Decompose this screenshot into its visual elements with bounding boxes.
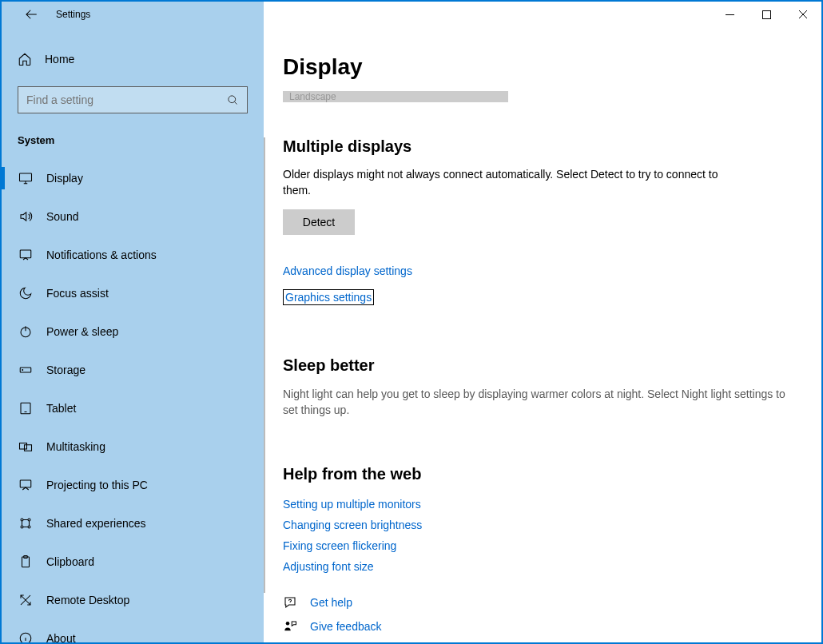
close-icon [798, 10, 808, 19]
maximize-icon [762, 10, 771, 19]
sidebar-item-multitasking[interactable]: Multitasking [2, 427, 264, 466]
get-help-link[interactable]: Get help [310, 596, 352, 609]
sidebar-item-projecting[interactable]: Projecting to this PC [2, 466, 264, 504]
sidebar-item-sound[interactable]: Sound [2, 197, 264, 236]
power-icon [18, 324, 34, 339]
sidebar-item-label: Storage [46, 364, 85, 376]
home-label: Home [45, 53, 74, 66]
remote-desktop-icon [18, 593, 34, 607]
graphics-settings-link[interactable]: Graphics settings [285, 291, 372, 304]
svg-point-12 [28, 519, 30, 521]
maximize-button[interactable] [748, 2, 785, 27]
multiple-displays-text: Older displays might not always connect … [283, 167, 730, 198]
svg-point-14 [28, 526, 30, 528]
svg-point-17 [20, 633, 31, 642]
sidebar-item-remote-desktop[interactable]: Remote Desktop [2, 581, 264, 619]
projecting-icon [18, 478, 34, 492]
about-icon [18, 631, 34, 642]
help-link-multiple-monitors[interactable]: Setting up multiple monitors [283, 498, 802, 511]
sleep-better-text: Night light can help you get to sleep by… [283, 386, 794, 419]
sidebar-item-label: Shared experiences [46, 517, 146, 530]
tablet-icon [18, 401, 34, 415]
storage-icon [18, 363, 34, 377]
help-link-brightness[interactable]: Changing screen brightness [283, 519, 802, 531]
svg-point-6 [22, 370, 23, 371]
svg-point-1 [229, 95, 236, 102]
feedback-icon [283, 619, 299, 634]
search-box[interactable] [18, 86, 248, 113]
sidebar-item-about[interactable]: About [2, 619, 264, 642]
sidebar-item-storage[interactable]: Storage [2, 351, 264, 389]
sidebar: Home System Display Sound Notifications … [2, 27, 264, 642]
search-icon [227, 94, 239, 106]
shared-icon [18, 516, 34, 531]
notifications-icon [18, 248, 34, 262]
sidebar-item-clipboard[interactable]: Clipboard [2, 543, 264, 581]
sidebar-item-label: Clipboard [46, 555, 94, 568]
sidebar-item-display[interactable]: Display [2, 159, 264, 197]
page-title: Display [264, 27, 821, 80]
minimize-button[interactable] [711, 2, 748, 27]
sidebar-item-label: Power & sleep [46, 325, 118, 338]
sidebar-item-focus-assist[interactable]: Focus assist [2, 274, 264, 312]
sidebar-item-notifications[interactable]: Notifications & actions [2, 236, 264, 274]
window-title: Settings [56, 9, 90, 20]
sidebar-item-label: Multitasking [46, 440, 105, 453]
sidebar-item-label: Projecting to this PC [46, 479, 148, 491]
svg-point-18 [286, 622, 290, 626]
sidebar-item-label: Tablet [46, 402, 76, 415]
sidebar-item-label: Display [46, 172, 83, 185]
help-from-web-heading: Help from the web [283, 465, 802, 483]
svg-rect-10 [20, 480, 31, 487]
orientation-dropdown[interactable]: Landscape [283, 91, 508, 102]
sidebar-item-label: About [46, 632, 76, 642]
main-panel: Display Landscape Multiple displays Olde… [264, 27, 821, 642]
arrow-left-icon [24, 7, 38, 22]
svg-rect-3 [20, 250, 31, 258]
svg-rect-5 [20, 368, 31, 372]
svg-point-13 [21, 526, 23, 528]
get-help-icon [283, 595, 299, 610]
svg-rect-9 [25, 445, 32, 451]
home-button[interactable]: Home [2, 43, 264, 75]
sound-icon [18, 209, 34, 224]
sidebar-item-shared-experiences[interactable]: Shared experiences [2, 504, 264, 543]
multitasking-icon [18, 439, 34, 454]
category-label: System [2, 128, 264, 159]
back-button[interactable] [18, 2, 45, 27]
advanced-display-settings-link[interactable]: Advanced display settings [283, 264, 412, 277]
focus-assist-icon [18, 286, 34, 300]
help-link-flickering[interactable]: Fixing screen flickering [283, 539, 802, 552]
sidebar-item-label: Remote Desktop [46, 594, 129, 606]
display-icon [18, 171, 34, 185]
sleep-better-heading: Sleep better [283, 356, 802, 375]
svg-rect-8 [20, 443, 27, 450]
detect-button[interactable]: Detect [283, 209, 355, 235]
sidebar-item-tablet[interactable]: Tablet [2, 389, 264, 427]
help-link-font-size[interactable]: Adjusting font size [283, 560, 802, 573]
multiple-displays-heading: Multiple displays [283, 137, 802, 156]
sidebar-item-label: Focus assist [46, 287, 109, 300]
close-button[interactable] [785, 2, 821, 27]
home-icon [18, 52, 32, 66]
svg-point-11 [21, 519, 23, 521]
clipboard-icon [18, 555, 34, 569]
minimize-icon [726, 10, 734, 19]
sidebar-item-label: Sound [46, 210, 78, 223]
svg-rect-0 [762, 10, 770, 18]
sidebar-item-label: Notifications & actions [46, 248, 157, 261]
give-feedback-link[interactable]: Give feedback [310, 620, 382, 633]
search-input[interactable] [26, 93, 227, 106]
svg-rect-2 [20, 173, 32, 181]
sidebar-item-power-sleep[interactable]: Power & sleep [2, 312, 264, 351]
